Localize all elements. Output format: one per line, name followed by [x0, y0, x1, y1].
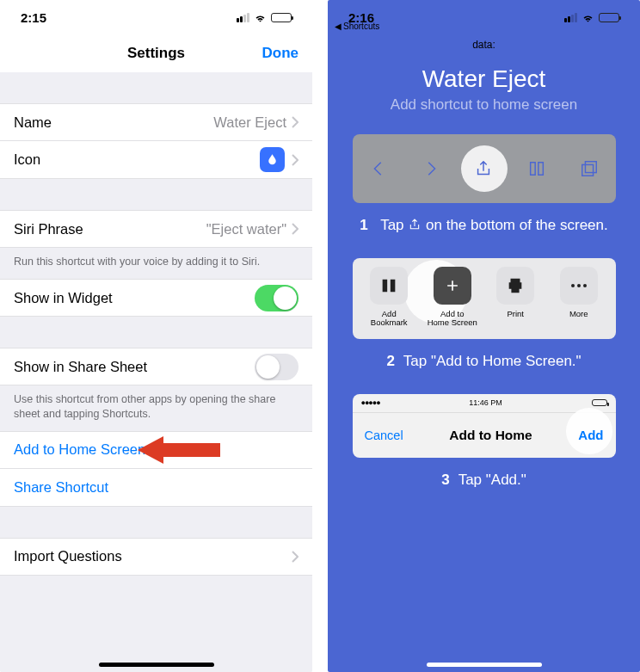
- print-item: Print: [484, 267, 548, 336]
- back-chevron-icon: ◀: [335, 22, 342, 31]
- forward-icon: [414, 159, 448, 178]
- show-in-widget-cell: Show in Widget: [0, 279, 312, 317]
- wifi-icon: [582, 11, 594, 24]
- chevron-right-icon: [292, 116, 298, 128]
- chevron-right-icon: [292, 154, 298, 166]
- wifi-icon: [254, 11, 267, 24]
- left-settings-screen: 2:15 Settings Done Name Water Eject Icon: [0, 0, 312, 672]
- more-item: More: [547, 267, 611, 336]
- status-icons: [564, 11, 619, 24]
- status-time: 2:15: [21, 10, 46, 25]
- chevron-right-icon: [292, 551, 298, 563]
- cancel-button: Cancel: [365, 428, 403, 442]
- share-sheet-illustration: Add Bookmark Add to Home Screen Print Mo…: [353, 258, 616, 339]
- add-to-home-title: Add to Home: [403, 428, 579, 443]
- show-in-widget-toggle[interactable]: [255, 285, 298, 311]
- battery-icon: [592, 399, 607, 406]
- name-cell[interactable]: Name Water Eject: [0, 103, 312, 141]
- step-3-text: 3Tap "Add.": [345, 470, 623, 490]
- share-icon: [466, 159, 501, 178]
- chevron-right-icon: [292, 223, 298, 235]
- right-instruction-screen: 2:16 ◀ Shortcuts data: Water Eject Add s…: [328, 0, 640, 672]
- svg-rect-2: [582, 164, 594, 176]
- siri-footer-note: Run this shortcut with your voice by add…: [0, 248, 312, 279]
- page-title: Settings: [127, 45, 185, 62]
- page-title: Water Eject: [328, 65, 640, 93]
- share-shortcut-button[interactable]: Share Shortcut: [0, 469, 312, 507]
- home-indicator[interactable]: [427, 663, 542, 667]
- page-subtitle: Add shortcut to home screen: [328, 96, 640, 114]
- cellular-icon: [237, 13, 249, 22]
- svg-point-5: [583, 284, 587, 287]
- svg-rect-1: [585, 162, 596, 173]
- status-icons: [237, 11, 292, 24]
- share-icon: [408, 217, 422, 231]
- svg-point-4: [577, 284, 581, 287]
- bookmarks-icon: [520, 159, 554, 178]
- add-bookmark-item: Add Bookmark: [358, 267, 422, 336]
- show-in-share-sheet-toggle[interactable]: [255, 354, 298, 380]
- safari-toolbar-illustration: [353, 134, 616, 203]
- share-sheet-footer-note: Use this shortcut from other apps by ope…: [0, 385, 312, 431]
- cellular-icon: [564, 13, 577, 22]
- tabs-icon: [572, 159, 606, 178]
- add-to-home-screen-item: Add to Home Screen: [421, 267, 484, 336]
- icon-cell[interactable]: Icon: [0, 141, 312, 179]
- step-2-text: 2Tap "Add to Home Screen.": [345, 351, 623, 372]
- url-hint: data:: [328, 34, 640, 59]
- battery-icon: [271, 13, 292, 22]
- nav-header: Settings Done: [0, 34, 312, 72]
- add-to-home-illustration: ●●●●● 11:46 PM Cancel Add to Home Add: [353, 394, 616, 458]
- add-button: Add: [578, 428, 603, 442]
- water-drop-icon: [260, 147, 285, 172]
- siri-phrase-cell[interactable]: Siri Phrase "Eject water": [0, 210, 312, 248]
- done-button[interactable]: Done: [262, 45, 299, 62]
- home-indicator[interactable]: [99, 663, 214, 667]
- svg-point-3: [571, 284, 575, 287]
- show-in-share-sheet-cell: Show in Share Sheet: [0, 348, 312, 385]
- status-bar: 2:15: [0, 0, 312, 34]
- cellular-dots-icon: ●●●●●: [361, 398, 380, 407]
- import-questions-cell[interactable]: Import Questions: [0, 538, 312, 576]
- battery-icon: [599, 13, 619, 22]
- back-icon: [361, 159, 396, 178]
- step-1-text: 1 Tap on the bottom of the screen.: [345, 215, 623, 236]
- add-to-home-screen-button[interactable]: Add to Home Screen: [0, 431, 312, 469]
- back-to-app-button[interactable]: ◀ Shortcuts: [335, 22, 379, 31]
